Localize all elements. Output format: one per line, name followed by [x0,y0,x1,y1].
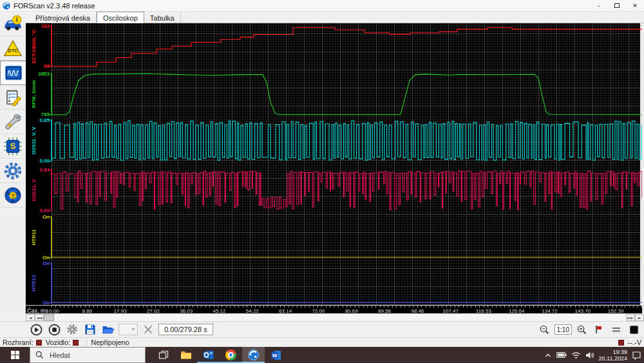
black-square-icon [630,326,638,334]
maximize-icon [614,3,620,8]
save-floppy-icon [84,324,96,335]
time-axis: Čas, ms 0.008.8617.9327.0236.0345.1254.2… [26,305,644,313]
chip-icon: S [3,137,23,156]
sidebar-item-oscilloscope[interactable] [0,61,26,85]
folder-icon [180,350,192,360]
time-tick-marks [52,306,642,308]
windows-logo-icon [11,351,19,359]
tab-oscilloscope[interactable]: Osciloskop [97,12,144,23]
magnifier-minus-icon [539,324,550,335]
battery-voltage: --.-V [628,338,641,346]
svg-text:?: ? [11,192,15,199]
play-button[interactable] [28,322,44,337]
minimize-button[interactable]: – [590,0,608,11]
sidebar-item-vehicle-info[interactable]: i [0,12,26,36]
forscan-taskbar-button[interactable] [242,347,265,363]
tray-chevron-icon[interactable] [544,352,552,358]
svg-text:DTC: DTC [8,48,18,54]
record-select-dropdown[interactable] [118,324,138,335]
help-steering-wheel-icon: ? [3,186,23,205]
windows-taskbar: W 19:39 20.11.2024 [0,347,644,363]
scroll-right-button[interactable]: ► [635,314,644,321]
window-title: FORScan v2.3.48 release [14,2,95,10]
svg-text:W: W [272,352,277,358]
stop-button[interactable] [46,322,62,337]
vehicle-status-led [73,340,79,346]
marker-button[interactable] [591,322,607,337]
word-icon: W [271,350,281,360]
chrome-button[interactable] [220,347,242,363]
outlook-icon [203,350,214,360]
marker-flag-icon [594,324,604,335]
divider [86,339,87,346]
open-folder-icon [102,324,115,335]
horizontal-scrollbar[interactable]: ◄ ◄◄ ►► ► [26,313,644,321]
lines-icon [611,324,621,335]
time-position-display: 0.00/279.28 s [158,324,213,335]
zoom-out-button[interactable] [537,322,553,337]
battery-icon[interactable] [556,351,567,358]
task-view-button[interactable] [152,347,175,363]
clock-time: 19:39 [599,349,627,355]
wrench-icon [3,112,23,132]
background-color-button[interactable] [626,322,641,337]
close-button[interactable]: ✕ [626,0,644,11]
file-explorer-button[interactable] [175,347,197,363]
play-icon [30,324,43,336]
magnifier-plus-icon [576,324,587,335]
chevron-down-icon [131,328,135,331]
grid-lines-button[interactable] [609,322,624,337]
battery-status-led [618,340,624,346]
action-center-icon[interactable] [632,351,641,360]
taskbar-clock[interactable]: 19:39 20.11.2024 [599,349,627,362]
sidebar-item-service[interactable] [0,110,26,134]
taskbar-search[interactable] [30,347,146,363]
dtc-icon: DTC [3,39,23,58]
tab-dashboard[interactable]: Přístrojová deska [30,12,97,23]
svg-text:S: S [10,142,15,151]
tab-table[interactable]: Tabulka [144,12,181,23]
gear-icon [66,324,78,335]
scrollbar-track[interactable] [54,314,626,321]
search-input[interactable] [30,347,146,363]
task-view-icon [158,350,169,360]
clear-x-icon [143,324,153,335]
outlook-button[interactable] [197,347,220,363]
forscan-app-icon [3,2,10,10]
sidebar-item-tests[interactable] [0,85,26,110]
clear-button[interactable] [140,322,156,337]
open-button[interactable] [100,322,116,337]
word-button[interactable]: W [265,347,287,363]
start-button[interactable] [0,347,30,363]
stop-icon [48,324,61,336]
scroll-right-fast-button[interactable]: ►► [626,314,635,321]
sidebar-item-dtc[interactable]: DTC [0,36,26,61]
connection-status: Nepřipojeno [91,338,129,346]
forscan-icon [248,349,259,360]
sidebar-item-help[interactable]: ? [0,183,26,208]
maximize-button[interactable] [608,0,626,11]
scroll-left-fast-button[interactable]: ◄◄ [35,314,44,321]
sidebar-item-programming[interactable]: S [0,134,26,159]
vehicle-label: Vozidlo: [46,338,71,346]
interface-status-led [36,340,42,346]
scope-toolbar: 0.00/279.28 s 1:10 [0,321,644,337]
svg-text:i: i [16,16,18,23]
scope-traces [26,23,642,305]
car-info-icon: i [3,14,23,34]
speaker-icon[interactable] [585,351,594,359]
oscilloscope-plot[interactable]: ECT.OBDII, °C10288RPM, 1/min2851745O2S11… [26,23,642,305]
save-button[interactable] [82,322,98,337]
sidebar: i DTC [0,12,26,313]
scope-settings-button[interactable] [64,322,80,337]
zoom-scale-select[interactable]: 1:10 [554,324,572,335]
zoom-in-button[interactable] [574,322,589,337]
scroll-left-button[interactable]: ◄ [26,314,35,321]
title-bar: FORScan v2.3.48 release – ✕ [0,0,644,12]
scrollbar-thumb[interactable] [44,314,54,321]
sidebar-item-settings[interactable] [0,159,26,183]
wifi-icon[interactable] [571,351,581,359]
clock-date: 20.11.2024 [599,355,627,362]
interface-label: Rozhraní: [3,338,33,346]
status-bar: Rozhraní: Vozidlo: Nepřipojeno --.-V [0,337,644,347]
